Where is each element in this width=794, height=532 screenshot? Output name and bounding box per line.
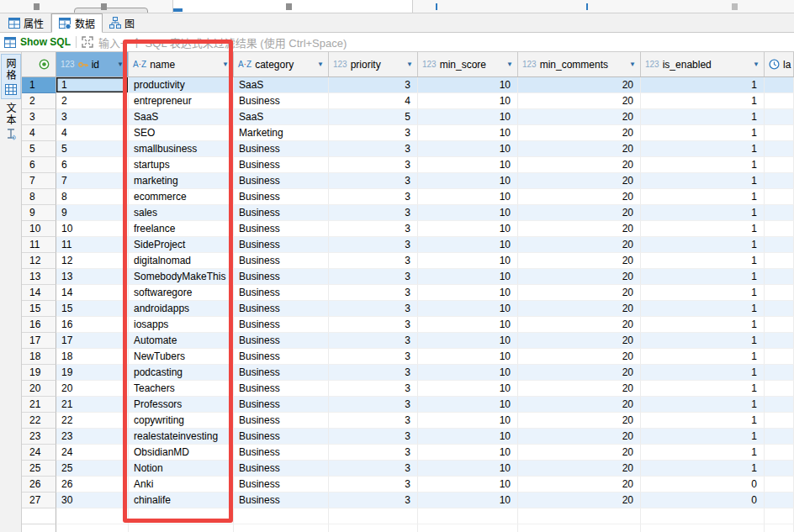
cell-empty[interactable] <box>641 524 765 532</box>
cell-min_comments[interactable]: 20 <box>518 205 641 221</box>
show-sql-button[interactable]: Show SQL <box>4 36 71 48</box>
cell-category[interactable]: Business <box>234 429 329 445</box>
cell-name[interactable]: Teachers <box>129 381 234 397</box>
cell-category[interactable]: Business <box>234 253 329 269</box>
cell-name[interactable]: androidapps <box>129 301 234 317</box>
cell-last[interactable] <box>765 317 794 333</box>
cell-id[interactable]: 8 <box>56 189 129 205</box>
cell-category[interactable]: Business <box>234 269 329 285</box>
cell-empty[interactable] <box>418 524 518 532</box>
cell-is_enabled[interactable]: 1 <box>641 333 765 349</box>
cell-last[interactable] <box>765 221 794 237</box>
cell-category[interactable]: Business <box>234 333 329 349</box>
cell-id[interactable]: 14 <box>56 285 129 301</box>
cell-name[interactable]: iosapps <box>129 317 234 333</box>
cell-min_comments[interactable]: 20 <box>518 333 641 349</box>
cell-category[interactable]: Business <box>234 477 329 492</box>
row-number[interactable]: 21 <box>22 397 56 413</box>
cell-min_comments[interactable]: 20 <box>518 141 641 157</box>
cell-priority[interactable]: 3 <box>329 445 418 461</box>
cell-category[interactable]: Business <box>234 189 329 205</box>
cell-min_comments[interactable]: 20 <box>518 189 641 205</box>
column-header-name[interactable]: A·Zname▼ <box>129 52 234 76</box>
cell-min_score[interactable]: 10 <box>418 269 518 285</box>
cell-priority[interactable]: 3 <box>329 413 418 429</box>
cell-id[interactable]: 20 <box>56 381 129 397</box>
cell-name[interactable]: entrepreneur <box>129 93 234 109</box>
cell-last[interactable] <box>765 285 794 301</box>
cell-id[interactable]: 13 <box>56 269 129 285</box>
column-filter-arrow-icon[interactable]: ▼ <box>222 61 229 68</box>
column-filter-arrow-icon[interactable]: ▼ <box>753 61 760 68</box>
cell-priority[interactable]: 3 <box>329 365 418 381</box>
cell-last[interactable] <box>765 205 794 221</box>
cell-id[interactable]: 30 <box>56 492 129 508</box>
cell-id[interactable]: 2 <box>56 93 129 109</box>
cell-is_enabled[interactable]: 1 <box>641 461 765 477</box>
cell-priority[interactable]: 4 <box>329 93 418 109</box>
cell-last[interactable] <box>765 381 794 397</box>
cell-id[interactable]: 15 <box>56 301 129 317</box>
cell-min_score[interactable]: 10 <box>418 173 518 189</box>
cell-is_enabled[interactable]: 1 <box>641 317 765 333</box>
cell-min_comments[interactable]: 20 <box>518 221 641 237</box>
cell-name[interactable]: chinalife <box>129 492 234 508</box>
cell-name[interactable]: Automate <box>129 333 234 349</box>
cell-last[interactable] <box>765 189 794 205</box>
cell-category[interactable]: Business <box>234 301 329 317</box>
cell-empty[interactable] <box>765 524 794 532</box>
cell-is_enabled[interactable]: 1 <box>641 157 765 173</box>
cell-id[interactable]: 26 <box>56 477 129 492</box>
cell-is_enabled[interactable]: 1 <box>641 397 765 413</box>
cell-is_enabled[interactable]: 1 <box>641 381 765 397</box>
cell-category[interactable]: Business <box>234 397 329 413</box>
row-number[interactable]: 19 <box>22 365 56 381</box>
row-number[interactable]: 23 <box>22 429 56 445</box>
cell-category[interactable]: Marketing <box>234 125 329 141</box>
cell-min_comments[interactable]: 20 <box>518 429 641 445</box>
row-number[interactable]: 24 <box>22 445 56 461</box>
row-number[interactable]: 27 <box>22 492 56 508</box>
cell-priority[interactable]: 3 <box>329 429 418 445</box>
cell-priority[interactable]: 3 <box>329 285 418 301</box>
side-tab-grid[interactable]: 网格 <box>1 54 21 99</box>
cell-id[interactable]: 11 <box>56 237 129 253</box>
cell-is_enabled[interactable]: 1 <box>641 77 765 93</box>
row-number[interactable]: 4 <box>22 125 56 141</box>
row-number[interactable]: 13 <box>22 269 56 285</box>
cell-empty[interactable] <box>56 508 129 524</box>
cell-category[interactable]: SaaS <box>234 77 329 93</box>
cell-last[interactable] <box>765 445 794 461</box>
cell-last[interactable] <box>765 333 794 349</box>
cell-is_enabled[interactable]: 1 <box>641 205 765 221</box>
cell-id[interactable]: 9 <box>56 205 129 221</box>
cell-name[interactable]: NewTubers <box>129 349 234 365</box>
clipped-active-tab[interactable] <box>172 0 413 13</box>
cell-category[interactable]: Business <box>234 381 329 397</box>
cell-min_score[interactable]: 10 <box>418 125 518 141</box>
cell-id[interactable]: 23 <box>56 429 129 445</box>
cell-last[interactable] <box>765 269 794 285</box>
row-number[interactable]: 3 <box>22 109 56 125</box>
cell-last[interactable] <box>765 93 794 109</box>
cell-category[interactable]: Business <box>234 461 329 477</box>
cell-min_score[interactable]: 10 <box>418 381 518 397</box>
cell-category[interactable]: Business <box>234 317 329 333</box>
cell-priority[interactable]: 3 <box>329 301 418 317</box>
column-filter-arrow-icon[interactable]: ▼ <box>406 61 413 68</box>
cell-priority[interactable]: 3 <box>329 77 418 93</box>
cell-min_comments[interactable]: 20 <box>518 253 641 269</box>
cell-min_comments[interactable]: 20 <box>518 413 641 429</box>
cell-name[interactable]: digitalnomad <box>129 253 234 269</box>
column-header-priority[interactable]: 123priority▼ <box>329 52 418 76</box>
cell-is_enabled[interactable]: 1 <box>641 365 765 381</box>
cell-id[interactable]: 22 <box>56 413 129 429</box>
cell-name[interactable]: startups <box>129 157 234 173</box>
cell-name[interactable]: realestateinvesting <box>129 429 234 445</box>
row-number[interactable]: 16 <box>22 317 56 333</box>
cell-id[interactable]: 4 <box>56 125 129 141</box>
cell-min_score[interactable]: 10 <box>418 237 518 253</box>
side-tab-text[interactable]: 文本 <box>1 99 21 144</box>
cell-min_comments[interactable]: 20 <box>518 285 641 301</box>
cell-min_score[interactable]: 10 <box>418 93 518 109</box>
